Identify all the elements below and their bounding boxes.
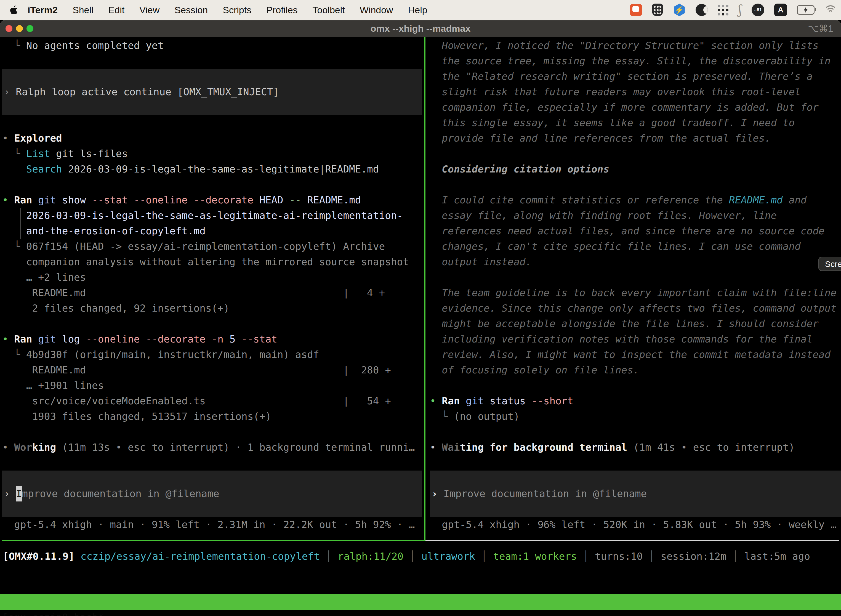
terminal-blank-line [430,378,841,393]
menu-item-help[interactable]: Help [401,5,435,15]
terminal-line: provide file and line references from th… [430,131,841,146]
tmux-status-bar: [omx-cczip0:bash* "MacBook-Pro-44.local"… [0,594,841,610]
terminal-line: README.md | 4 + [2,285,424,301]
terminal-line: src/voice/voiceModeEnabled.ts | 54 + [2,393,424,409]
terminal-blank-line [2,455,424,471]
menu-item-view[interactable]: View [132,5,167,15]
terminal-blank-line [430,146,841,161]
terminal-line: slight risk that future readers may over… [430,84,841,100]
menu-item-edit[interactable]: Edit [101,5,132,15]
pane-bottom-border-inactive [425,540,840,541]
terminal-line: • Explored [2,131,424,146]
terminal-line: 2026-03-09-is-legal-the-same-as-legitima… [2,208,424,223]
terminal-line: └ (no output) [430,409,841,424]
terminal-line: and-the-erosion-of-copyleft.md [2,223,424,239]
terminal-line: 2 files changed, 92 insertions(+) [2,301,424,316]
terminal-line: essay file, along with finding root file… [430,208,841,223]
window-title-bar: omx --xhigh --madmax ⌥⌘1 [0,20,841,37]
terminal-line: gpt-5.4 xhigh · main · 91% left · 2.31M … [2,517,424,532]
screen-share-button[interactable]: Scre [818,257,841,271]
terminal-line: └ 067f154 (HEAD -> essay/ai-reimplementa… [2,239,424,254]
terminal-line: • Working (11m 13s • esc to interrupt) ·… [2,440,424,455]
blue-badge-icon[interactable]: ⚡ [673,4,686,16]
terminal-line: companion analysis without altering the … [2,254,424,270]
terminal-blank-line [430,177,841,192]
a-badge-icon[interactable]: A [774,4,787,16]
terminal-blank-line [2,424,424,440]
terminal-blank-line [2,316,424,331]
apple-menu-icon[interactable] [10,5,18,15]
menu-item-profiles[interactable]: Profiles [259,5,305,15]
terminal-line: 1903 files changed, 513517 insertions(+) [2,409,424,424]
terminal-line: the "Related research writing" section i… [430,69,841,84]
window-title: omx --xhigh --madmax [0,20,841,37]
chat-app-icon[interactable] [630,4,642,16]
menu-bar-status-icons: ⚡ ʃ ..61 A [630,4,841,16]
terminal-line: └ 4b9d30f (origin/main, instructkr/main,… [2,347,424,362]
menu-item-iterm2[interactable]: iTerm2 [21,5,65,15]
menu-item-shell[interactable]: Shell [65,5,101,15]
agent-prompt-input[interactable]: › Improve documentation in @filename [430,471,841,517]
terminal-line: references need actual files, and since … [430,223,841,239]
terminal-line: … +2 lines [2,270,424,285]
keypad-shield-icon[interactable] [652,4,663,16]
terminal-line: • Waiting for background terminal (1m 41… [430,440,841,455]
menu-item-session[interactable]: Session [167,5,215,15]
desktop: { "menu_bar": { "items": ["iTerm2", "She… [0,0,841,616]
terminal-pane-left[interactable]: └ No agents completed yet› Ralph loop ac… [0,38,424,540]
terminal-line: The team guideline is to back every impo… [430,285,841,301]
terminal-line: However, I noticed the "Directory Struct… [430,38,841,53]
dark-circle-icon[interactable] [696,4,708,16]
pane-divider[interactable] [424,37,425,540]
terminal-line: gpt-5.4 xhigh · 96% left · 520K in · 5.8… [430,517,841,532]
squiggle-icon[interactable]: ʃ [738,4,742,16]
wifi-icon[interactable] [825,5,837,15]
terminal-line: └ No agents completed yet [2,38,424,53]
battery-icon[interactable] [797,5,815,15]
menu-item-toolbelt[interactable]: Toolbelt [305,5,352,15]
terminal-blank-line [2,53,424,69]
terminal-line: of focusing solely on file lines. [430,362,841,378]
terminal-line: • Ran git show --stat --oneline --decora… [2,192,424,208]
terminal-line: └ List git ls-files [2,146,424,161]
terminal-line: output instead. [430,254,841,270]
omx-status-line: [OMX#0.11.9] cczip/essay/ai-reimplementa… [3,549,810,564]
terminal-line: review. Also, I might want to inspect th… [430,347,841,362]
terminal-line: • Ran git status --short [430,393,841,409]
terminal-line: this single essay, it seems like a good … [430,115,841,131]
terminal-line: • Ran git log --oneline --decorate -n 5 … [2,331,424,347]
dots-grid-icon[interactable] [718,5,728,15]
ralph-loop-banner: › Ralph loop active continue [OMX_TMUX_I… [2,69,422,115]
menu-item-window[interactable]: Window [352,5,401,15]
terminal-pane-right[interactable]: However, I noticed the "Directory Struct… [428,38,841,540]
terminal-blank-line [430,455,841,471]
pane-bottom-border-active [2,540,425,541]
menu-items: iTerm2ShellEditViewSessionScriptsProfile… [21,5,435,15]
window-shortcut-badge: ⌥⌘1 [808,20,833,37]
terminal-line: Search 2026-03-09-is-legal-the-same-as-l… [2,161,424,177]
terminal-line: I could cite commit statistics or refere… [430,192,841,208]
terminal-line: Considering citation options [430,161,841,177]
terminal-blank-line [430,424,841,440]
terminal-line: including verification notes with those … [430,331,841,347]
terminal-line: … +1901 lines [2,378,424,393]
badge-61-icon[interactable]: ..61 [752,4,764,16]
terminal-blank-line [2,177,424,192]
terminal-line: might be acceptable alongside the file l… [430,316,841,331]
terminal-blank-line [2,115,424,131]
terminal-line: changes, I can't cite specific file line… [430,239,841,254]
terminal-line: README.md | 280 + [2,362,424,378]
agent-prompt-input[interactable]: › Improve documentation in @filename [2,471,422,517]
tmux-session-name: [omx-cczip0:bash* [2,610,104,616]
terminal-blank-line [430,270,841,285]
terminal-line: the source tree, missing the essay. Stil… [430,53,841,69]
terminal-line: evidence. Since this change only affects… [430,301,841,316]
menu-item-scripts[interactable]: Scripts [215,5,259,15]
terminal-line: companion file, especially if more comme… [430,100,841,115]
menu-bar: iTerm2ShellEditViewSessionScriptsProfile… [0,0,841,20]
